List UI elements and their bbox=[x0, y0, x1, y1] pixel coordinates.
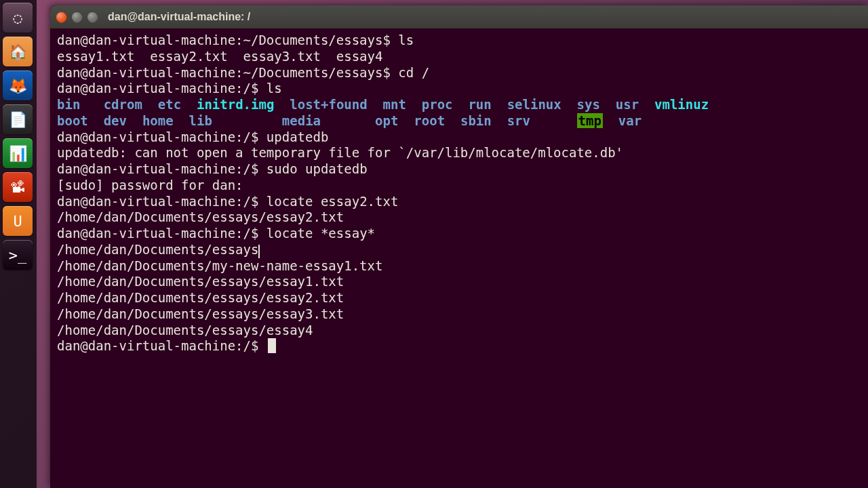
dir-opt: opt bbox=[375, 113, 398, 128]
dir-etc: etc bbox=[158, 97, 181, 112]
output-line: /home/dan/Documents/essays/essay1.txt bbox=[57, 274, 344, 289]
terminal-icon[interactable]: >_ bbox=[3, 240, 33, 270]
window-title: dan@dan-virtual-machine: / bbox=[108, 11, 250, 23]
dir-sys: sys bbox=[577, 97, 600, 112]
dir-usr: usr bbox=[616, 97, 639, 112]
dir-selinux: selinux bbox=[507, 97, 561, 112]
cmd-text: sudo updatedb bbox=[267, 161, 368, 176]
cmd-text: locate *essay* bbox=[267, 226, 375, 241]
dir-root: root bbox=[414, 113, 445, 128]
files-icon[interactable]: 🏠 bbox=[3, 37, 33, 66]
block-cursor[interactable] bbox=[268, 338, 276, 353]
output-line: essay1.txt essay2.txt essay3.txt essay4 bbox=[57, 49, 382, 64]
prompt: dan@dan-virtual-machine:/$ bbox=[57, 81, 267, 96]
dir-boot: boot bbox=[57, 113, 88, 128]
cmd-text: updatedb bbox=[267, 129, 329, 144]
cmd-text: ls bbox=[267, 81, 282, 96]
prompt: dan@dan-virtual-machine:~/Documents/essa… bbox=[57, 65, 398, 80]
titlebar[interactable]: dan@dan-virtual-machine: / bbox=[50, 5, 868, 28]
cmd-text: cd / bbox=[398, 65, 429, 80]
output-line: /home/dan/Documents/essays bbox=[57, 242, 258, 257]
prompt: dan@dan-virtual-machine:/$ bbox=[57, 194, 267, 209]
impress-icon[interactable]: 📽 bbox=[3, 172, 33, 202]
prompt: dan@dan-virtual-machine:/$ bbox=[57, 226, 267, 241]
dir-lib: lib bbox=[189, 113, 212, 128]
output-line: /home/dan/Documents/essays/essay4 bbox=[57, 323, 313, 338]
dir-sbin: sbin bbox=[460, 113, 492, 128]
dir-run: run bbox=[468, 97, 491, 112]
usc-icon[interactable]: U bbox=[3, 206, 33, 236]
dir-media: media bbox=[282, 113, 321, 128]
link-vmlinuz: vmlinuz bbox=[654, 97, 709, 112]
output-line: /home/dan/Documents/my-new-name-essay1.t… bbox=[57, 258, 382, 273]
terminal-window: dan@dan-virtual-machine: / dan@dan-virtu… bbox=[50, 5, 868, 488]
output-line: /home/dan/Documents/essays/essay3.txt bbox=[57, 306, 344, 321]
dir-home: home bbox=[142, 113, 174, 128]
dir-var: var bbox=[618, 113, 642, 128]
terminal-body[interactable]: dan@dan-virtual-machine:~/Documents/essa… bbox=[50, 28, 868, 359]
maximize-icon[interactable] bbox=[87, 12, 98, 23]
calc-icon[interactable]: 📊 bbox=[3, 138, 33, 168]
close-icon[interactable] bbox=[56, 12, 67, 23]
dir-cdrom: cdrom bbox=[104, 97, 142, 112]
dir-dev: dev bbox=[104, 113, 127, 128]
dir-proc: proc bbox=[422, 97, 453, 112]
dir-srv: srv bbox=[507, 113, 530, 128]
dir-tmp: tmp bbox=[577, 113, 603, 128]
prompt: dan@dan-virtual-machine:/$ bbox=[57, 161, 267, 176]
prompt: dan@dan-virtual-machine:/$ bbox=[57, 129, 267, 144]
link-initrd: initrd.img bbox=[197, 97, 274, 112]
text-cursor-icon bbox=[258, 245, 260, 258]
writer-icon[interactable]: 📄 bbox=[3, 104, 33, 134]
minimize-icon[interactable] bbox=[71, 12, 83, 23]
output-line: /home/dan/Documents/essays/essay2.txt bbox=[57, 290, 344, 305]
dir-bin: bin bbox=[57, 97, 80, 112]
prompt: dan@dan-virtual-machine:~/Documents/essa… bbox=[57, 33, 398, 47]
output-line: [sudo] password for dan: bbox=[57, 178, 243, 192]
firefox-icon[interactable]: 🦊 bbox=[3, 70, 33, 100]
cmd-text: locate essay2.txt bbox=[267, 194, 398, 209]
dash-icon[interactable]: ◌ bbox=[3, 3, 33, 33]
dir-lostfound: lost+found bbox=[290, 97, 367, 112]
dir-mnt: mnt bbox=[383, 97, 406, 112]
output-line: /home/dan/Documents/essays/essay2.txt bbox=[57, 209, 344, 224]
cmd-text: ls bbox=[398, 33, 414, 47]
prompt: dan@dan-virtual-machine:/$ bbox=[57, 338, 267, 353]
unity-launcher: ◌ 🏠 🦊 📄 📊 📽 U >_ bbox=[0, 0, 37, 488]
output-line: updatedb: can not open a temporary file … bbox=[57, 145, 623, 160]
